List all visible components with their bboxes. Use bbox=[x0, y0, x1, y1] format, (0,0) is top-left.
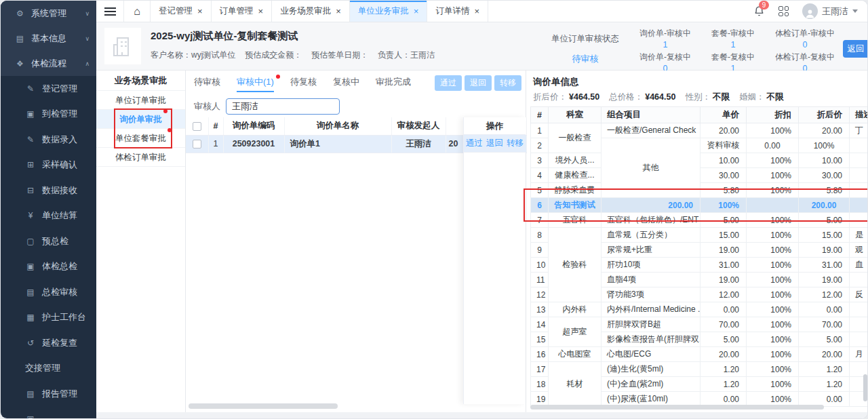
close-icon[interactable]: × bbox=[474, 7, 479, 16]
approval-menu-item-label: 单位订单审批 bbox=[115, 91, 166, 110]
summary-field: 总价格：¥464.50 bbox=[609, 92, 675, 103]
column-header: # bbox=[208, 117, 223, 135]
clipboard-icon: ▣ bbox=[25, 109, 36, 119]
approve-button[interactable]: 通过 bbox=[435, 75, 462, 91]
hamburger-menu-icon[interactable] bbox=[96, 1, 123, 22]
chevron-down-icon bbox=[852, 9, 858, 13]
sidebar-item[interactable]: ▣ bbox=[1, 407, 96, 419]
inquiry-item-row[interactable]: 6告知书测试200.00100%200.00 bbox=[531, 198, 868, 213]
summary-field: 性别：不限 bbox=[685, 92, 730, 103]
inquiry-items-header-row: # 科室 组合项目 单价 折扣 折后价 描述 bbox=[531, 107, 868, 123]
status-tab[interactable]: 待审核 bbox=[194, 71, 220, 95]
user-menu[interactable]: 王雨洁 bbox=[802, 3, 858, 19]
sidebar-item[interactable]: ▤报告管理 bbox=[1, 381, 96, 407]
summary-label: 婚姻： bbox=[739, 92, 765, 102]
sidebar-item[interactable]: ✎登记管理 bbox=[1, 76, 96, 102]
status-tab[interactable]: 审核中(1) bbox=[237, 71, 274, 95]
sidebar-item[interactable]: ▤总检审核 bbox=[1, 279, 96, 305]
initiator-link[interactable]: 王雨洁 bbox=[391, 135, 446, 153]
back-button[interactable]: 返回 bbox=[843, 40, 868, 58]
info-label: 客户名称： bbox=[151, 50, 191, 60]
home-tab[interactable]: ⌂ bbox=[123, 1, 151, 22]
inquiry-item-cell: 20.00 bbox=[799, 347, 850, 362]
inquiry-item-row[interactable]: 14超声室肝胆脾双肾B超70.00100%70.00 bbox=[531, 317, 868, 332]
close-icon[interactable]: × bbox=[414, 7, 419, 16]
vertical-scrollbar[interactable] bbox=[863, 374, 867, 401]
inquiry-item-cell: 0.00 bbox=[747, 138, 799, 153]
inquiry-item-cell: 观 bbox=[850, 243, 868, 258]
sidebar-item[interactable]: ⊟数据接收 bbox=[1, 178, 96, 203]
inquiry-code-link[interactable]: 250923001 bbox=[223, 135, 284, 153]
return-link[interactable]: 退回 bbox=[486, 138, 503, 149]
sidebar-section-item[interactable]: 交接管理 bbox=[1, 356, 96, 382]
inquiry-item-cell: 1.20 bbox=[799, 362, 850, 377]
close-icon[interactable]: × bbox=[197, 7, 203, 16]
approval-menu-item[interactable]: 体检订单审批 bbox=[96, 148, 185, 167]
sidebar-item[interactable]: ▣体检总检 bbox=[1, 254, 96, 280]
transfer-link[interactable]: 转移 bbox=[507, 138, 524, 149]
inquiry-item-cell: 0.00 bbox=[701, 302, 747, 317]
sidebar-item[interactable]: ✎数据录入 bbox=[1, 127, 96, 153]
info-label: 预估签单日期： bbox=[311, 50, 368, 60]
approval-menu-item[interactable]: 单位订单审批 bbox=[96, 91, 185, 110]
top-tab-bar: ⌂ 登记管理×订单管理×业务场景审批×单位业务审批×订单详情× 9 王雨洁 bbox=[96, 1, 868, 22]
inquiry-item-row[interactable]: 8检验科血常规（五分类）15.00100%15.00是 bbox=[531, 228, 868, 243]
sidebar-item[interactable]: ▣到检管理 bbox=[1, 102, 96, 127]
sidebar-item[interactable]: ⊞采样确认 bbox=[1, 153, 96, 178]
inquiry-item-cell: 18 bbox=[531, 377, 549, 392]
tab-active[interactable]: 单位业务审批× bbox=[350, 1, 428, 22]
close-icon[interactable]: × bbox=[258, 7, 264, 16]
close-icon[interactable]: × bbox=[336, 7, 341, 16]
status-tab[interactable]: 审批完成 bbox=[376, 71, 411, 95]
sidebar-item-label: 登记管理 bbox=[42, 83, 77, 95]
status-tab[interactable]: 待复核 bbox=[290, 71, 317, 95]
inquiry-item-row[interactable]: 16心电图室心电图/ECG20.00100%20.00月 bbox=[531, 347, 868, 362]
info-value: wyj测试单位 bbox=[191, 50, 235, 60]
horizontal-scrollbar[interactable] bbox=[189, 403, 338, 409]
summary-value: 不限 bbox=[713, 92, 730, 102]
inquiry-item-cell: 1.20 bbox=[701, 362, 747, 377]
inquiry-item-row[interactable]: 17耗材(迪)生化(黄5ml)1.20100%1.20 bbox=[531, 362, 868, 377]
row-checkbox[interactable] bbox=[193, 140, 201, 148]
sidebar-item[interactable]: ❖体检流程∧ bbox=[1, 51, 96, 76]
horizontal-scrollbar[interactable] bbox=[530, 405, 824, 410]
column-header: 组合项目 bbox=[601, 107, 701, 123]
apps-grid-icon[interactable] bbox=[778, 6, 789, 16]
inquiry-item-cell: 15 bbox=[531, 332, 549, 347]
sidebar-item[interactable]: ¥单位结算 bbox=[1, 203, 96, 229]
red-dot-badge bbox=[276, 75, 280, 79]
tab-item[interactable]: 业务场景审批× bbox=[272, 1, 350, 22]
tab-item[interactable]: 订单详情× bbox=[427, 1, 488, 22]
operation-column-header: 操作 bbox=[464, 117, 526, 135]
return-button[interactable]: 退回 bbox=[465, 75, 492, 91]
inquiry-item-cell bbox=[747, 198, 799, 213]
inquiry-item-cell: 5.00 bbox=[701, 213, 747, 228]
sidebar-item[interactable]: ↺延检复查 bbox=[1, 330, 96, 356]
stat-label: 套餐-审核中 bbox=[711, 28, 755, 39]
page-title: 2025-wyj测试单位-复制套餐测试 bbox=[151, 30, 435, 43]
sidebar-item[interactable]: ▤基本信息∨ bbox=[1, 26, 96, 51]
sidebar-item-label: 预总检 bbox=[42, 235, 68, 247]
approval-menu-item[interactable]: 单位套餐审批 bbox=[96, 129, 185, 148]
select-all-checkbox[interactable] bbox=[193, 122, 201, 131]
inquiry-item-row[interactable]: 13内外科内外科/Internal Medicine ...0.00100%0.… bbox=[531, 302, 868, 317]
inquiry-item-cell: 100% bbox=[747, 168, 799, 183]
tab-item[interactable]: 订单管理× bbox=[212, 1, 273, 22]
sidebar-item[interactable]: ▦护士工作台 bbox=[1, 305, 96, 331]
notification-bell-icon[interactable]: 9 bbox=[753, 5, 765, 17]
reviewer-input[interactable] bbox=[226, 98, 340, 115]
transfer-button[interactable]: 转移 bbox=[494, 75, 521, 91]
red-dot-badge bbox=[163, 109, 167, 113]
sidebar-item[interactable]: ⚙系统管理∨ bbox=[1, 1, 96, 26]
workbench-icon: ▦ bbox=[25, 313, 36, 322]
inquiry-item-row[interactable]: 1一般检查一般检查/General Check20.00100%20.00丁 bbox=[531, 123, 868, 138]
inquiry-name-link[interactable]: 询价单1 bbox=[284, 135, 391, 153]
tab-item[interactable]: 登记管理× bbox=[151, 1, 212, 22]
sidebar-item[interactable]: ▢预总检 bbox=[1, 228, 96, 254]
inquiry-item-row[interactable]: 7五官科五官科（包括辨色）/ENT5.00100%5.00 bbox=[531, 213, 868, 228]
status-tab[interactable]: 复核中 bbox=[333, 71, 359, 95]
approve-link[interactable]: 通过 bbox=[466, 138, 483, 149]
approval-menu-item[interactable]: 询价单审批 bbox=[96, 110, 185, 129]
inquiry-item-cell: 静脉采血费 bbox=[549, 183, 601, 198]
inquiry-item-cell bbox=[850, 213, 868, 228]
